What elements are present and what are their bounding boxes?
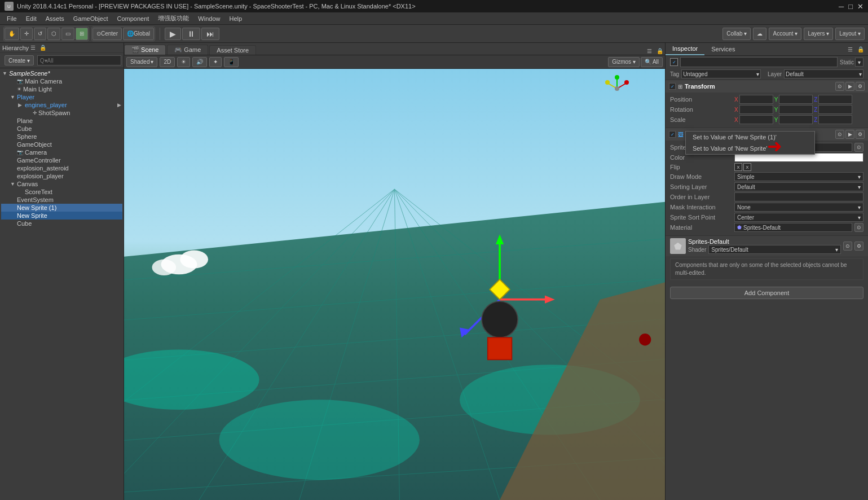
- play-btn[interactable]: ▶: [165, 28, 181, 40]
- audio-btn[interactable]: 🔊: [192, 57, 207, 67]
- menu-help[interactable]: Help: [224, 14, 246, 23]
- sprite-picker-btn[interactable]: ⊙: [854, 143, 863, 152]
- tree-item-new-sprite-1[interactable]: New Sprite (1): [1, 204, 122, 212]
- menu-file[interactable]: File: [2, 14, 21, 23]
- layer-dropdown[interactable]: Default ▾: [784, 69, 863, 78]
- layout-dropdown[interactable]: Layout ▾: [835, 28, 865, 40]
- material-field[interactable]: ⬟ Sprites-Default: [734, 223, 852, 232]
- services-tab[interactable]: Services: [704, 43, 742, 55]
- tree-item-gameobject[interactable]: GameObject: [1, 141, 122, 148]
- tree-item-plane[interactable]: Plane: [1, 117, 122, 125]
- tree-item-explosion-asteroid[interactable]: explosion_asteroid: [1, 164, 122, 172]
- tab-scene[interactable]: 🎬 Scene: [124, 45, 166, 55]
- sprite-renderer-menu-btn[interactable]: ⚙: [856, 130, 865, 139]
- gameobject-name-field[interactable]: [680, 57, 838, 67]
- hierarchy-search-input[interactable]: [37, 55, 121, 65]
- close-btn[interactable]: ✕: [857, 2, 863, 11]
- static-dropdown[interactable]: ▾: [855, 58, 863, 67]
- ctx-item-set-new-sprite[interactable]: Set to Value of 'New Sprite': [686, 143, 814, 154]
- hand-tool[interactable]: ✋: [5, 28, 19, 40]
- draw-mode-dropdown[interactable]: Simple ▾: [734, 172, 863, 181]
- tree-item-maincamera[interactable]: 📷 Main Camera: [1, 77, 122, 85]
- minimize-btn[interactable]: ─: [839, 2, 844, 11]
- layers-dropdown[interactable]: Layers ▾: [804, 28, 833, 40]
- step-btn[interactable]: ⏭: [201, 28, 219, 40]
- title-bar-controls[interactable]: ─ □ ✕: [839, 2, 863, 11]
- tag-dropdown[interactable]: Untagged ▾: [681, 69, 761, 78]
- rot-y-field[interactable]: 0: [779, 105, 813, 114]
- menu-edit[interactable]: Edit: [21, 14, 41, 23]
- scale-x-field[interactable]: 3: [739, 115, 773, 124]
- tree-item-canvas[interactable]: ▼ Canvas: [1, 180, 122, 188]
- add-component-btn[interactable]: Add Component: [670, 287, 863, 299]
- tree-item-sphere[interactable]: Sphere: [1, 133, 122, 141]
- tree-item-samplescene[interactable]: ▼ SampleScene*: [1, 69, 122, 77]
- move-tool[interactable]: ✛: [20, 28, 33, 40]
- tree-item-player[interactable]: ▼ Player: [1, 93, 122, 101]
- scale-z-field[interactable]: 3: [818, 115, 852, 124]
- sprite-renderer-ref-btn[interactable]: ⊙: [835, 130, 844, 139]
- menu-enhanced[interactable]: 增强版功能: [153, 13, 193, 24]
- search-all[interactable]: 🔍 All: [641, 57, 663, 67]
- tree-item-engines-player[interactable]: ▶ engines_player ▶: [1, 101, 122, 109]
- sprite-sort-point-dropdown[interactable]: Center ▾: [734, 213, 863, 222]
- gizmos-btn[interactable]: Gizmos ▾: [608, 57, 640, 67]
- inspector-lock-btn[interactable]: 🔒: [856, 46, 866, 53]
- mask-interaction-dropdown[interactable]: None ▾: [734, 203, 863, 212]
- transform-tool[interactable]: ⊞: [76, 28, 88, 40]
- transform-enabled[interactable]: [669, 83, 676, 90]
- tree-item-explosion-player[interactable]: explosion_player: [1, 172, 122, 180]
- pause-btn[interactable]: ⏸: [182, 28, 200, 40]
- collab-dropdown[interactable]: Collab ▾: [722, 28, 751, 40]
- tree-item-new-sprite[interactable]: New Sprite: [1, 212, 122, 220]
- cloud-btn[interactable]: ☁: [753, 28, 766, 40]
- transform-ref-btn[interactable]: ⊙: [835, 82, 844, 91]
- rect-tool[interactable]: ▭: [61, 28, 74, 40]
- tree-item-camera[interactable]: 📷 Camera: [1, 148, 122, 156]
- tree-item-scoretext[interactable]: ScoreText: [1, 188, 122, 196]
- menu-window[interactable]: Window: [193, 14, 224, 23]
- tree-item-eventsystem[interactable]: EventSystem: [1, 196, 122, 204]
- tab-game[interactable]: 🎮 Game: [167, 45, 208, 55]
- sorting-layer-dropdown[interactable]: Default ▾: [734, 182, 863, 191]
- material-edit-btn[interactable]: ⊙: [843, 242, 852, 251]
- scene-view[interactable]: ← Persp: [124, 69, 665, 500]
- fx-btn[interactable]: ✦: [209, 57, 222, 67]
- scene-panel-menu-btn[interactable]: ☰: [645, 47, 654, 55]
- tree-item-gamecontroller[interactable]: GameController: [1, 156, 122, 164]
- inspector-tab[interactable]: Inspector: [666, 43, 704, 55]
- maximize-btn[interactable]: □: [848, 2, 853, 11]
- tree-item-cube-2[interactable]: Cube: [1, 220, 122, 227]
- hierarchy-create-btn[interactable]: Create ▾: [5, 55, 34, 65]
- tree-item-cube[interactable]: Cube: [1, 125, 122, 133]
- transform-menu-btn[interactable]: ⚙: [856, 82, 865, 91]
- sprite-renderer-enabled[interactable]: [669, 131, 676, 138]
- order-layer-field[interactable]: 0: [734, 192, 863, 201]
- tree-item-shotspawn[interactable]: ✛ ShotSpawn: [1, 109, 122, 117]
- pos-y-field[interactable]: —: [779, 95, 813, 104]
- sprite-renderer-anim-btn[interactable]: ▶: [845, 130, 854, 139]
- rot-x-field[interactable]: 0: [739, 105, 773, 114]
- tree-item-mainlight[interactable]: ☀ Main Light: [1, 85, 122, 93]
- transform-component-header[interactable]: ⊞ Transform ⊙ ▶ ⚙: [666, 80, 868, 93]
- transform-anim-btn[interactable]: ▶: [845, 82, 854, 91]
- rotate-tool[interactable]: ↺: [34, 28, 46, 40]
- hierarchy-lock-btn[interactable]: 🔒: [38, 44, 48, 51]
- screen-btn[interactable]: 📱: [224, 57, 239, 67]
- scene-panel-lock-btn[interactable]: 🔒: [655, 47, 665, 55]
- scale-tool[interactable]: ⬡: [47, 28, 60, 40]
- pos-x-field[interactable]: 10: [739, 95, 773, 104]
- menu-gameobject[interactable]: GameObject: [69, 14, 113, 23]
- ctx-item-set-new-sprite-1[interactable]: Set to Value of 'New Sprite (1)': [686, 131, 814, 143]
- scale-y-field[interactable]: 3: [779, 115, 813, 124]
- flip-x-checkbox[interactable]: X: [734, 163, 742, 171]
- center-btn[interactable]: ⊙ Center: [92, 28, 122, 40]
- shader-dropdown[interactable]: Sprites/Default ▾: [708, 245, 841, 254]
- pos-z-field[interactable]: 0: [818, 95, 852, 104]
- menu-assets[interactable]: Assets: [41, 14, 69, 23]
- shading-mode[interactable]: Shaded ▾: [126, 57, 157, 67]
- menu-component[interactable]: Component: [112, 14, 153, 23]
- 2d-mode-btn[interactable]: 2D: [160, 57, 175, 67]
- lighting-btn[interactable]: ☀: [177, 57, 190, 67]
- gameobject-enabled-checkbox[interactable]: [670, 58, 678, 66]
